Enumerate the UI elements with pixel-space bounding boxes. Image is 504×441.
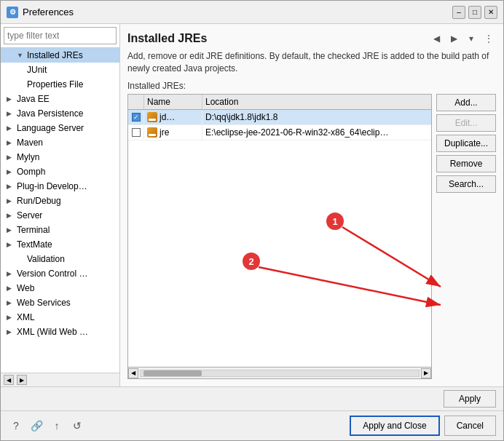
cancel-button[interactable]: Cancel <box>444 416 496 436</box>
right-panel: Installed JREs ◀ ▶ ▾ ⋮ Add, remove or ed… <box>120 24 503 386</box>
link-icon[interactable]: 🔗 <box>28 418 44 434</box>
jre-icon <box>147 127 157 138</box>
add-button[interactable]: Add... <box>436 94 496 111</box>
sidebar-item-label: Server <box>17 210 42 220</box>
sidebar-item-label: Version Control … <box>17 269 87 279</box>
sidebar-item-label: Installed JREs <box>27 50 83 60</box>
sidebar-item-mylyn[interactable]: ▶ Mylyn <box>1 150 119 164</box>
back-button[interactable]: ◀ <box>429 31 444 46</box>
sidebar-item-run-debug[interactable]: ▶ Run/Debug <box>1 194 119 208</box>
sidebar-item-label: Validation <box>27 254 65 264</box>
sidebar-item-java-persistence[interactable]: ▶ Java Persistence <box>1 106 119 121</box>
duplicate-button[interactable]: Duplicate... <box>436 135 496 152</box>
sidebar-item-label: JUnit <box>27 65 47 75</box>
sidebar-item-xml-wild[interactable]: ▶ XML (Wild Web … <box>1 325 119 339</box>
maximize-button[interactable]: □ <box>468 6 481 19</box>
sidebar-item-terminal[interactable]: ▶ Terminal <box>1 223 119 237</box>
sidebar-item-web-services[interactable]: ▶ Web Services <box>1 295 119 310</box>
scroll-track[interactable] <box>140 370 420 377</box>
scroll-left-arrow[interactable]: ◀ <box>128 368 138 378</box>
row-name: jd… <box>144 110 202 124</box>
sidebar-item-oomph[interactable]: ▶ Oomph <box>1 164 119 179</box>
sidebar-item-textmate[interactable]: ▶ TextMate <box>1 237 119 252</box>
jre-name: jd… <box>160 112 175 122</box>
scroll-right-button[interactable]: ▶ <box>17 375 27 385</box>
jre-icon <box>147 112 157 122</box>
scroll-thumb[interactable] <box>143 370 202 376</box>
row-location: D:\qq\jdk1.8\jdk1.8 <box>202 110 431 124</box>
expand-arrow: ▶ <box>7 197 14 204</box>
sidebar-item-plug-in-develop[interactable]: ▶ Plug-in Develop… <box>1 179 119 194</box>
expand-arrow: ▶ <box>7 285 14 292</box>
sidebar-item-label: Plug-in Develop… <box>17 181 87 191</box>
main-content: ▼ Installed JREs JUnit Properties File ▶… <box>1 24 503 386</box>
expand-arrow: ▶ <box>7 270 14 277</box>
search-input[interactable] <box>4 27 117 44</box>
sidebar-item-label: Mylyn <box>17 152 39 162</box>
scroll-right-arrow[interactable]: ▶ <box>421 368 431 378</box>
sidebar-item-language-server[interactable]: ▶ Language Server <box>1 121 119 135</box>
table-row[interactable]: ✓ jd… D:\qq\jdk1.8\jdk1.8 <box>128 110 431 125</box>
menu-button[interactable]: ▾ <box>464 31 479 46</box>
minimize-button[interactable]: – <box>452 6 465 19</box>
sidebar-item-label: Oomph <box>17 167 45 177</box>
sidebar-item-junit[interactable]: JUnit <box>1 63 119 77</box>
row-checkbox[interactable] <box>128 126 144 139</box>
sidebar-item-properties-file[interactable]: Properties File <box>1 77 119 92</box>
checkbox-unchecked[interactable] <box>132 128 141 137</box>
expand-arrow: ▶ <box>7 328 14 335</box>
sidebar-item-label: Web <box>17 283 34 293</box>
row-location: E:\eclipse-jee-2021-06-R-win32-x86_64\ec… <box>202 125 431 140</box>
expand-arrow: ▶ <box>7 95 14 103</box>
sidebar-item-label: Properties File <box>27 79 83 90</box>
forward-button[interactable]: ▶ <box>446 31 461 46</box>
options-button[interactable]: ⋮ <box>481 31 496 46</box>
close-button[interactable]: ✕ <box>484 6 497 19</box>
remove-button[interactable]: Remove <box>436 155 496 172</box>
window-title: Preferences <box>23 7 74 17</box>
sidebar-item-label: TextMate <box>17 239 52 250</box>
jre-action-buttons: Add... Edit... Duplicate... Remove Searc… <box>436 94 496 379</box>
row-checkbox[interactable]: ✓ <box>128 111 144 124</box>
jre-list-label: Installed JREs: <box>127 81 496 91</box>
search-button[interactable]: Search... <box>436 175 496 193</box>
apply-and-close-button[interactable]: Apply and Close <box>350 416 439 436</box>
sidebar-item-web[interactable]: ▶ Web <box>1 281 119 295</box>
tree-area: ▼ Installed JREs JUnit Properties File ▶… <box>1 48 119 373</box>
apply-button[interactable]: Apply <box>444 390 496 408</box>
expand-arrow: ▶ <box>7 226 14 234</box>
panel-description: Add, remove or edit JRE definitions. By … <box>127 50 496 75</box>
expand-arrow: ▶ <box>7 139 14 146</box>
sidebar-item-validation[interactable]: Validation <box>1 252 119 266</box>
horizontal-scrollbar[interactable]: ◀ ▶ <box>128 367 431 378</box>
filter-box <box>1 24 119 48</box>
expand-arrow: ▶ <box>7 124 14 132</box>
sidebar-item-installed-jres[interactable]: ▼ Installed JREs <box>1 48 119 63</box>
sidebar-nav: ◀ ▶ <box>1 373 119 386</box>
export-icon[interactable]: ↑ <box>49 418 65 434</box>
sidebar-item-server[interactable]: ▶ Server <box>1 208 119 223</box>
checkbox-checked[interactable]: ✓ <box>132 113 141 122</box>
sidebar-item-xml[interactable]: ▶ XML <box>1 310 119 325</box>
sidebar-item-version-control[interactable]: ▶ Version Control … <box>1 266 119 281</box>
window-controls: – □ ✕ <box>452 6 497 19</box>
expand-arrow: ▶ <box>7 241 14 248</box>
sidebar-item-maven[interactable]: ▶ Maven <box>1 135 119 150</box>
table-row[interactable]: jre E:\eclipse-jee-2021-06-R-win32-x86_6… <box>128 125 431 140</box>
action-buttons: Apply and Close Cancel <box>350 416 496 436</box>
expand-arrow: ▶ <box>7 299 14 306</box>
col-location: Location <box>202 95 431 109</box>
preferences-window: ⚙ Preferences – □ ✕ ▼ Installed JREs JUn… <box>0 0 504 441</box>
panel-header: Installed JREs ◀ ▶ ▾ ⋮ <box>127 31 496 46</box>
sidebar-item-label: Web Services <box>17 298 71 308</box>
restore-icon[interactable]: ↺ <box>69 418 85 434</box>
scroll-left-button[interactable]: ◀ <box>4 375 14 385</box>
jre-table: Name Location ✓ jd… <box>127 94 432 379</box>
sidebar-item-java-ee[interactable]: ▶ Java EE <box>1 92 119 106</box>
expand-arrow: ▼ <box>17 52 24 59</box>
expand-arrow: ▶ <box>7 183 14 190</box>
jre-name: jre <box>160 127 169 138</box>
help-icon[interactable]: ? <box>8 418 24 434</box>
edit-button[interactable]: Edit... <box>436 114 496 132</box>
expand-arrow: ▶ <box>7 154 14 161</box>
